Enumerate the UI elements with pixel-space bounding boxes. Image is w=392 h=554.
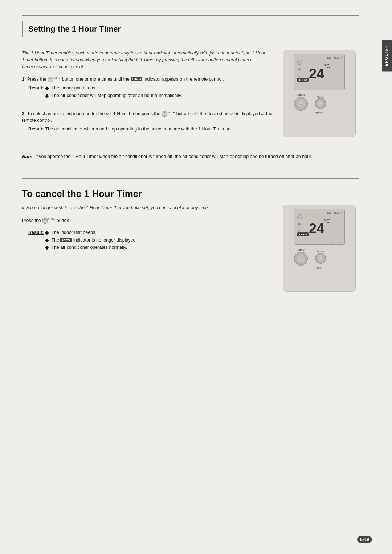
remote1-set-temp: SET TEMP bbox=[327, 56, 342, 60]
section1-text: The 1 Hour Timer enables each mode to op… bbox=[22, 50, 276, 138]
result3-bullet2-row: ◆ The 1HR⊙ indicator is no longer displa… bbox=[45, 237, 137, 244]
section1: Setting the 1 Hour Timer The 1 Hour Time… bbox=[22, 15, 359, 160]
remote2-temp-value: 24 bbox=[309, 222, 324, 235]
remote1-hr-btn[interactable]: ○ bbox=[294, 97, 308, 111]
result3-bullet3: The air conditioner operates normally. bbox=[51, 244, 127, 251]
result3-bullet2: The 1HR⊙ indicator is no longer displaye… bbox=[51, 237, 137, 244]
remote1-mode-btn[interactable] bbox=[315, 98, 326, 109]
remote1-temp-unit: °C bbox=[324, 63, 330, 69]
divider1 bbox=[22, 105, 276, 105]
remote1-display: SET TEMP ❄ ✳ 24 °C 1HR⊙ bbox=[294, 54, 345, 90]
section1-content: The 1 Hour Timer enables each mode to op… bbox=[22, 50, 359, 138]
remote2-hr-btn[interactable]: ○ bbox=[294, 252, 308, 266]
result3-bullet1-row: ◆ The indoor unit beeps. bbox=[45, 229, 137, 236]
step2-num: 2 bbox=[22, 111, 24, 116]
section2: To cancel the 1 Hour Timer If you no lon… bbox=[22, 178, 359, 298]
section2-intro: If you no longer wish to use the 1 Hour … bbox=[22, 205, 276, 211]
remote1-image-col: SET TEMP ❄ ✳ 24 °C 1HR⊙ bbox=[283, 50, 359, 137]
result2-label: Result: bbox=[28, 126, 44, 133]
remote1-mode-btn-col: MODE bbox=[315, 96, 326, 109]
result1-bullet1-row: ◆ The indoor unit beeps. bbox=[45, 85, 182, 92]
result1-bullet2-row: ◆ The air conditioner will stop operatin… bbox=[45, 92, 182, 99]
mode-button-icon-inline bbox=[162, 111, 167, 117]
section2-press: Press the 1HR⊙ button. bbox=[22, 217, 276, 224]
step1-text: Press the 1HR⊙ button one or more times … bbox=[27, 77, 224, 82]
remote1-signal: ⋮⋮⋮ bbox=[331, 84, 342, 88]
result1-bullet1: The indoor unit beeps. bbox=[51, 85, 96, 92]
note-text: If you operate the 1 Hour Timer when the… bbox=[35, 153, 312, 160]
remote1-hr-btn-col: 1HR ⊙ ○ bbox=[294, 94, 308, 111]
diamond4: ◆ bbox=[45, 237, 49, 243]
remote2-mode-btn-col: MODE bbox=[315, 250, 326, 264]
remote2-mode-btn[interactable] bbox=[315, 253, 326, 264]
result3-block: Result: ◆ The indoor unit beeps. ◆ The 1… bbox=[28, 229, 276, 252]
result2-text: The air conditioner will run and stop op… bbox=[45, 126, 233, 133]
result3-row: Result: ◆ The indoor unit beeps. ◆ The 1… bbox=[28, 229, 276, 252]
section2-title: To cancel the 1 Hour Timer bbox=[22, 188, 359, 199]
main-content: Setting the 1 Hour Timer The 1 Hour Time… bbox=[0, 0, 381, 554]
result3-bullet1: The indoor unit beeps. bbox=[51, 229, 96, 236]
diamond3: ◆ bbox=[45, 229, 49, 236]
remote1-hr-btn-inner: ○ bbox=[300, 102, 302, 106]
page-number: E·19 bbox=[357, 536, 372, 543]
step2: 2 To select an operating mode under the … bbox=[22, 110, 276, 133]
result1-row0: Result: ◆ The indoor unit beeps. ◆ The a… bbox=[28, 85, 276, 100]
diamond1: ◆ bbox=[45, 85, 49, 91]
1hr-badge-inline2: 1HR⊙ bbox=[60, 238, 72, 242]
remote1-temp-display: 24 °C bbox=[309, 63, 330, 81]
section1-intro: The 1 Hour Timer enables each mode to op… bbox=[22, 50, 276, 70]
remote2-hr-label: 1HR ⊙ bbox=[296, 248, 305, 252]
result1-block: Result: ◆ The indoor unit beeps. ◆ The a… bbox=[28, 85, 276, 100]
result1-bullet2: The air conditioner will stop operating … bbox=[51, 92, 182, 99]
remote1-hr-badge: 1HR⊙ bbox=[297, 78, 309, 82]
remote1-buttons: 1HR ⊙ ○ MODE bbox=[290, 94, 348, 111]
remote2-hr-btn-inner: ○ bbox=[300, 257, 302, 260]
language-tab: ENGLISH bbox=[382, 40, 392, 71]
result1-label: Result: bbox=[28, 85, 44, 92]
hr-cancel-btn-icon bbox=[42, 218, 48, 224]
diamond2: ◆ bbox=[45, 92, 49, 99]
step2-text: To select an operating mode under the se… bbox=[22, 111, 272, 123]
remote1-snowflake: ❄ bbox=[297, 67, 302, 72]
remote1-icons: ❄ ✳ bbox=[297, 60, 302, 79]
remote2-hr-badge: 1HR⊙ bbox=[297, 232, 309, 236]
section2-press-text: Press the 1HR⊙ button. bbox=[22, 218, 70, 223]
diamond5: ◆ bbox=[45, 244, 49, 251]
remote1-temp-value: 24 bbox=[309, 67, 324, 81]
remote2-signal: ⋮⋮⋮ bbox=[331, 239, 342, 243]
note-label: Note bbox=[22, 153, 32, 161]
step1: 1 Press the 1HR⊙ button one or more time… bbox=[22, 76, 276, 100]
remote1-icon1 bbox=[297, 60, 302, 65]
remote2-image-col: SET TEMP ❄ ✳ 24 °C 1HR⊙ ⋮⋮⋮ bbox=[283, 205, 359, 292]
remote2: SET TEMP ❄ ✳ 24 °C 1HR⊙ ⋮⋮⋮ bbox=[283, 205, 356, 292]
remote2-snowflake: ❄ bbox=[297, 222, 302, 227]
result2-row: Result: The air conditioner will run and… bbox=[28, 126, 276, 133]
remote2-icons: ❄ ✳ bbox=[297, 214, 302, 234]
remote2-display: SET TEMP ❄ ✳ 24 °C 1HR⊙ ⋮⋮⋮ bbox=[294, 209, 345, 245]
remote1-hr-label: 1HR ⊙ bbox=[296, 94, 305, 97]
remote2-hr-btn-col: 1HR ⊙ ○ bbox=[294, 248, 308, 266]
section1-title-box: Setting the 1 Hour Timer bbox=[22, 21, 127, 37]
note-section: Note If you operate the 1 Hour Timer whe… bbox=[22, 153, 359, 161]
remote2-mode-label: MODE bbox=[317, 250, 324, 253]
result1-bullets: ◆ The indoor unit beeps. ◆ The air condi… bbox=[45, 85, 182, 100]
hr-button-icon-inline bbox=[48, 77, 53, 82]
result3-label: Result: bbox=[28, 229, 44, 236]
remote2-temp-display: 24 °C bbox=[309, 218, 330, 235]
section2-text: If you no longer wish to use the 1 Hour … bbox=[22, 205, 276, 252]
remote2-temp-label: TEMP. bbox=[315, 266, 323, 270]
remote1-temp-label: TEMP. bbox=[315, 112, 323, 115]
section2-content: If you no longer wish to use the 1 Hour … bbox=[22, 205, 359, 292]
divider2 bbox=[22, 148, 359, 148]
remote1: SET TEMP ❄ ✳ 24 °C 1HR⊙ bbox=[283, 50, 356, 137]
section2-bottom-border bbox=[22, 298, 359, 298]
page: ENGLISH Setting the 1 Hour Timer The 1 H… bbox=[0, 0, 392, 554]
remote2-buttons: 1HR ⊙ ○ MODE bbox=[290, 248, 348, 266]
remote2-temp-unit: °C bbox=[324, 218, 330, 224]
result2-block: Result: The air conditioner will run and… bbox=[28, 126, 276, 133]
result3-bullets: ◆ The indoor unit beeps. ◆ The 1HR⊙ indi… bbox=[45, 229, 137, 252]
remote1-mode-label: MODE bbox=[317, 96, 324, 98]
section1-title: Setting the 1 Hour Timer bbox=[28, 24, 121, 33]
remote2-set-temp: SET TEMP bbox=[327, 211, 342, 214]
step1-num: 1 bbox=[22, 76, 24, 82]
